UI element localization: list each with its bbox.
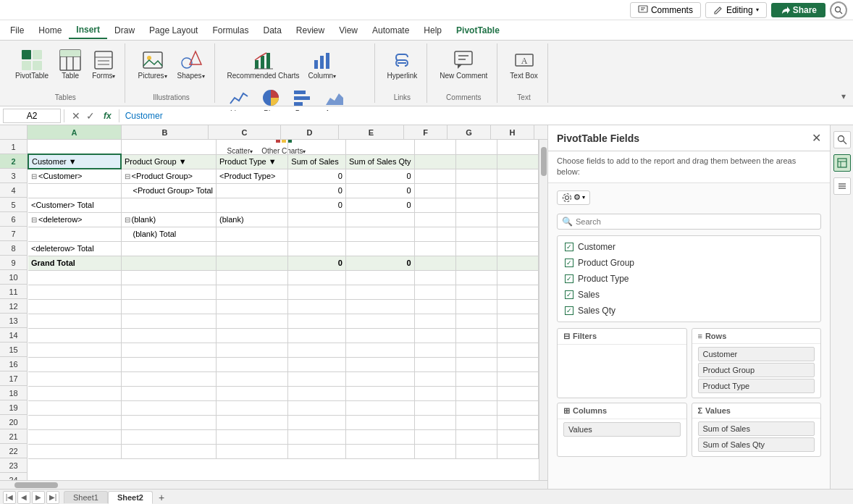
settings-dropdown[interactable]: ▾ [582,194,585,201]
col-header-d[interactable]: D [281,125,339,139]
cell-f3[interactable] [414,169,455,183]
row-num-22[interactable]: 22 [0,444,27,458]
row-num-3[interactable]: 3 [0,169,27,183]
cell-b3[interactable]: ⊟<Product Group> [121,169,216,183]
cell-h9[interactable] [497,256,538,270]
field-checkbox-sales-qty[interactable]: ✓ [565,306,573,315]
sheet-tab-sheet2[interactable]: Sheet2 [108,491,153,504]
text-box-button[interactable]: A Text Box [506,46,541,83]
row-num-13[interactable]: 13 [0,314,27,328]
cell-f1[interactable] [414,140,455,154]
cell-f8[interactable] [414,241,455,256]
cell-g1[interactable] [455,140,497,154]
row-num-21[interactable]: 21 [0,429,27,444]
cell-h2[interactable] [497,154,538,169]
cell-c7[interactable] [217,227,288,241]
cell-a5[interactable]: <Customer> Total [28,198,121,212]
right-icon-table[interactable] [833,154,851,172]
cell-d2[interactable]: Sum of Sales [288,154,346,169]
editing-dropdown-icon[interactable]: ▾ [756,7,759,13]
tab-file[interactable]: File [3,22,31,38]
row-num-8[interactable]: 8 [0,241,27,256]
col-header-e[interactable]: E [339,125,404,139]
pivot-field-sales-qty[interactable]: ✓ Sales Qty [558,303,820,319]
field-checkbox-product-type[interactable]: ✓ [565,274,573,283]
rows-area-body[interactable]: Customer Product Group Product Type [692,344,821,398]
row-num-10[interactable]: 10 [0,270,27,285]
row-num-16[interactable]: 16 [0,357,27,371]
shapes-button[interactable]: Shapes▾ [174,46,209,83]
tab-home[interactable]: Home [31,22,69,38]
cell-f7[interactable] [414,227,455,241]
cell-b1[interactable] [121,140,216,154]
tab-page-layout[interactable]: Page Layout [142,22,205,38]
tab-insert[interactable]: Insert [69,22,107,39]
col-header-f[interactable]: F [404,125,447,139]
cell-a9[interactable]: Grand Total [28,256,121,270]
row-num-17[interactable]: 17 [0,371,27,386]
h-scrollbar-thumb[interactable] [14,482,58,488]
cell-f5[interactable] [414,198,455,212]
cell-c8[interactable] [217,241,288,256]
cell-h1[interactable] [497,140,538,154]
share-button[interactable]: Share [771,3,825,17]
cell-d4[interactable]: 0 [288,183,346,198]
col-header-h[interactable]: H [491,125,534,139]
cell-c9[interactable] [217,256,288,270]
cell-f6[interactable] [414,212,455,227]
cell-a2[interactable]: Customer ▼ [28,154,121,169]
row-num-9[interactable]: 9 [0,256,27,270]
pivot-field-customer[interactable]: ✓ Customer [558,239,820,255]
cell-h3[interactable] [497,169,538,183]
scrollbar-thumb[interactable] [541,147,547,176]
row-num-11[interactable]: 11 [0,285,27,299]
ribbon-expand-button[interactable]: ▾ [840,90,847,103]
sheet-nav-next[interactable]: ▶ [32,491,45,504]
cell-b4[interactable]: <Product Group> Total [121,183,216,198]
sheet-nav-next-next[interactable]: ▶| [46,491,59,504]
cell-e7[interactable] [345,227,414,241]
cell-d5[interactable]: 0 [288,198,346,212]
columns-area-body[interactable]: Values [558,419,686,448]
rows-item-customer[interactable]: Customer [698,347,815,361]
forms-button[interactable]: Forms▾ [88,46,119,83]
cell-f2[interactable] [414,154,455,169]
cell-h4[interactable] [497,183,538,198]
pivot-field-sales[interactable]: ✓ Sales [558,287,820,303]
cell-d1[interactable] [288,140,346,154]
pivot-search-box[interactable]: 🔍 [557,214,821,230]
values-area-body[interactable]: Sum of Sales Sum of Sales Qty [692,419,821,456]
cell-e8[interactable] [345,241,414,256]
pivot-field-product-group[interactable]: ✓ Product Group [558,255,820,271]
cell-h6[interactable] [497,212,538,227]
confirm-formula-icon[interactable]: ✓ [86,110,95,122]
cell-b8[interactable] [121,241,216,256]
editing-button[interactable]: Editing ▾ [705,2,767,18]
cell-d6[interactable] [288,212,346,227]
row-num-18[interactable]: 18 [0,386,27,400]
cell-e4[interactable]: 0 [345,183,414,198]
cell-d8[interactable] [288,241,346,256]
cell-g4[interactable] [455,183,497,198]
columns-item-values[interactable]: Values [563,422,681,437]
cell-a6[interactable]: ⊟<deleterow> [28,212,121,227]
new-comment-button[interactable]: New Comment [436,46,491,83]
col-header-b[interactable]: B [122,125,209,139]
row-num-23[interactable]: 23 [0,458,27,473]
cell-c1[interactable] [217,140,288,154]
row-num-1[interactable]: 1 [0,140,27,154]
cell-g3[interactable] [455,169,497,183]
cell-b6[interactable]: ⊟(blank) [121,212,216,227]
cell-f4[interactable] [414,183,455,198]
cancel-formula-icon[interactable]: ✕ [72,110,80,122]
cell-b9[interactable] [121,256,216,270]
pivot-panel-close-button[interactable]: ✕ [812,131,821,145]
cell-a4[interactable] [28,183,121,198]
sheet-nav-prev-prev[interactable]: |◀ [3,491,16,504]
cell-g8[interactable] [455,241,497,256]
tab-formulas[interactable]: Formulas [205,22,256,38]
tab-review[interactable]: Review [289,22,332,38]
cell-d7[interactable] [288,227,346,241]
pivottable-button[interactable]: PivotTable [12,46,52,83]
cell-h8[interactable] [497,241,538,256]
